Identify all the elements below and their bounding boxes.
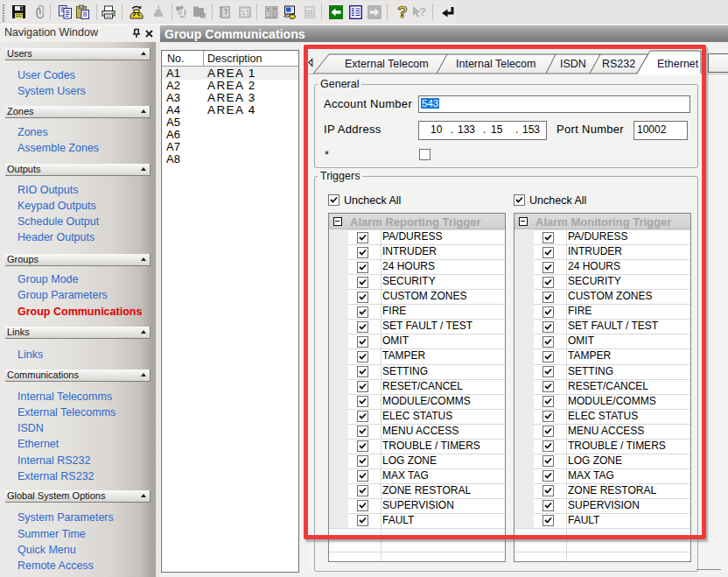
- svg-text:?: ?: [419, 5, 426, 18]
- svg-text:?: ?: [397, 4, 408, 19]
